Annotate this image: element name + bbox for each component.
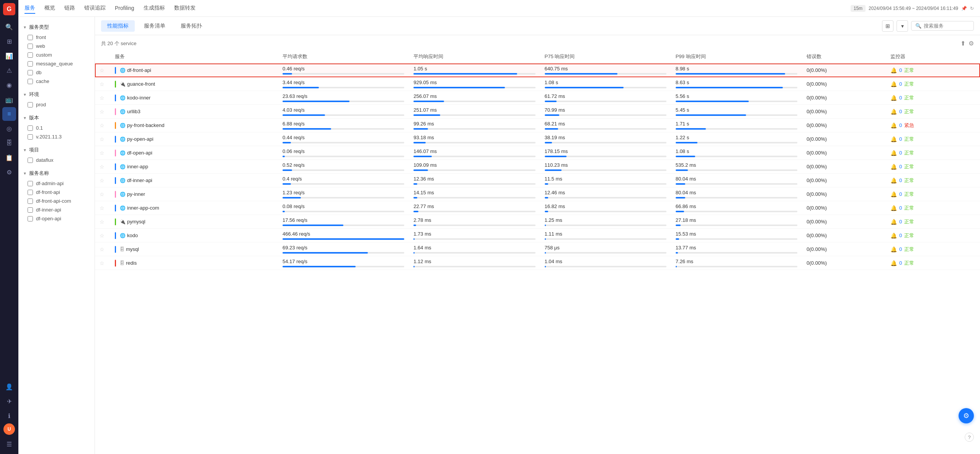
star-icon[interactable]: ☆ bbox=[100, 219, 105, 225]
checkbox-custom[interactable] bbox=[28, 52, 33, 58]
col-errors[interactable]: 错误数 bbox=[802, 50, 886, 63]
tab-performance[interactable]: 性能指标 bbox=[101, 20, 135, 32]
star-icon[interactable]: ☆ bbox=[100, 205, 105, 211]
search-nav-icon[interactable]: 🔍 bbox=[2, 20, 16, 34]
nav-datatransfer[interactable]: 数据转发 bbox=[174, 3, 196, 14]
dashboard-nav-icon[interactable]: ⊞ bbox=[2, 34, 16, 48]
filter-item-dataflux[interactable]: dataflux bbox=[18, 156, 95, 164]
table-row[interactable]: ☆ 🌐 kodo-inner 23.63 req/s 256.07 ms 61.… bbox=[95, 91, 980, 105]
filter-service-name-header[interactable]: ▼ 服务名称 bbox=[18, 168, 95, 179]
checkbox-df-front-api-com[interactable] bbox=[28, 199, 33, 204]
time-range-badge[interactable]: 15m bbox=[851, 5, 866, 12]
filter-item-v01[interactable]: 0.1 bbox=[18, 124, 95, 132]
star-icon[interactable]: ☆ bbox=[100, 191, 105, 197]
star-icon[interactable]: ☆ bbox=[100, 109, 105, 115]
star-icon[interactable]: ☆ bbox=[100, 233, 105, 239]
filter-project-header[interactable]: ▼ 项目 bbox=[18, 144, 95, 156]
filter-item-message-queue[interactable]: message_queue bbox=[18, 59, 95, 68]
filter-service-type-header[interactable]: ▼ 服务类型 bbox=[18, 21, 95, 33]
alert-nav-icon[interactable]: ⚠ bbox=[2, 63, 16, 77]
pin-icon[interactable]: 📌 bbox=[961, 6, 967, 11]
table-row[interactable]: ☆ 🔌 guance-front 3.44 req/s 929.05 ms 1.… bbox=[95, 77, 980, 91]
checkbox-df-admin-api[interactable] bbox=[28, 181, 33, 186]
view-toggle-dropdown[interactable]: ▾ bbox=[897, 20, 908, 32]
checkbox-db[interactable] bbox=[28, 70, 33, 75]
floating-action-button[interactable]: ⚙ bbox=[959, 408, 974, 423]
star-icon[interactable]: ☆ bbox=[100, 150, 105, 156]
checkbox-dataflux[interactable] bbox=[28, 158, 33, 163]
checkbox-web[interactable] bbox=[28, 44, 33, 49]
menu-nav-icon[interactable]: ☰ bbox=[2, 437, 16, 451]
filter-item-df-inner-api[interactable]: df-inner-api bbox=[18, 205, 95, 214]
star-icon[interactable]: ☆ bbox=[100, 122, 105, 129]
col-p75[interactable]: P75 响应时间 bbox=[540, 50, 671, 63]
db-nav-icon[interactable]: 🗄 bbox=[2, 136, 16, 150]
nav-overview[interactable]: 概览 bbox=[44, 3, 55, 14]
table-row[interactable]: ☆ 🌐 py-front-backend 6.88 req/s 99.26 ms… bbox=[95, 119, 980, 132]
table-row[interactable]: ☆ 🌐 kodo 466.46 req/s 1.73 ms 1.11 ms 15… bbox=[95, 229, 980, 242]
tab-service-list[interactable]: 服务清单 bbox=[138, 20, 172, 32]
tab-service-topology[interactable]: 服务拓扑 bbox=[175, 20, 208, 32]
filter-item-db[interactable]: db bbox=[18, 68, 95, 77]
filter-item-web[interactable]: web bbox=[18, 42, 95, 50]
search-input[interactable] bbox=[924, 23, 970, 29]
topology-nav-icon[interactable]: ◉ bbox=[2, 78, 16, 92]
filter-item-df-front-api-com[interactable]: df-front-api-com bbox=[18, 197, 95, 205]
service-nav-icon[interactable]: ≡ bbox=[2, 107, 16, 121]
export-icon[interactable]: ⬆ bbox=[960, 40, 965, 47]
checkbox-prod[interactable] bbox=[28, 102, 33, 107]
star-icon[interactable]: ☆ bbox=[100, 136, 105, 142]
checkbox-front[interactable] bbox=[28, 35, 33, 40]
table-row[interactable]: ☆ 🗄 mysql 69.23 req/s 1.64 ms 758 μs 13.… bbox=[95, 242, 980, 256]
table-row[interactable]: ☆ 🌐 df-inner-api 0.4 req/s 12.36 ms 11.5… bbox=[95, 174, 980, 187]
table-row[interactable]: ☆ 🌐 urllib3 4.03 req/s 251.07 ms 70.99 m… bbox=[95, 105, 980, 119]
filter-env-header[interactable]: ▼ 环境 bbox=[18, 89, 95, 100]
star-icon[interactable]: ☆ bbox=[100, 260, 105, 266]
refresh-icon[interactable]: ↻ bbox=[970, 6, 974, 11]
star-icon[interactable]: ☆ bbox=[100, 81, 105, 87]
log-nav-icon[interactable]: 📋 bbox=[2, 151, 16, 164]
table-row[interactable]: ☆ 🌐 inner-app 0.52 req/s 109.09 ms 110.2… bbox=[95, 160, 980, 174]
col-monitor[interactable]: 监控器 bbox=[886, 50, 980, 63]
chart-nav-icon[interactable]: 📊 bbox=[2, 49, 16, 63]
view-toggle-button[interactable]: ⊞ bbox=[882, 20, 893, 32]
table-row[interactable]: ☆ 🌐 inner-app-com 0.08 req/s 22.77 ms 16… bbox=[95, 201, 980, 215]
settings-nav-icon[interactable]: ⚙ bbox=[2, 165, 16, 179]
info-nav-icon[interactable]: ℹ bbox=[2, 409, 16, 423]
col-p99[interactable]: P99 响应时间 bbox=[671, 50, 802, 63]
filter-item-df-open-api[interactable]: df-open-api bbox=[18, 214, 95, 223]
table-row[interactable]: ☆ 🌐 py-open-api 0.44 req/s 93.18 ms 38.1… bbox=[95, 132, 980, 146]
nav-metrics[interactable]: 生成指标 bbox=[144, 3, 165, 14]
checkbox-df-open-api[interactable] bbox=[28, 216, 33, 221]
target-nav-icon[interactable]: ◎ bbox=[2, 122, 16, 135]
checkbox-cache[interactable] bbox=[28, 79, 33, 84]
table-row[interactable]: ☆ 🌐 df-front-api 0.46 req/s 1.05 s 640.7… bbox=[95, 63, 980, 77]
star-icon[interactable]: ☆ bbox=[100, 246, 105, 252]
table-row[interactable]: ☆ 🔌 pymysql 17.56 req/s 2.78 ms 1.25 ms … bbox=[95, 215, 980, 229]
col-service[interactable]: 服务 bbox=[110, 50, 278, 63]
table-row[interactable]: ☆ 🗄 redis 54.17 req/s 1.12 ms 1.04 ms 7.… bbox=[95, 256, 980, 270]
table-row[interactable]: ☆ 🌐 py-inner 1.23 req/s 14.15 ms 12.46 m… bbox=[95, 187, 980, 201]
filter-item-df-admin-api[interactable]: df-admin-api bbox=[18, 179, 95, 188]
star-icon[interactable]: ☆ bbox=[100, 164, 105, 170]
user-nav-icon[interactable]: 👤 bbox=[2, 380, 16, 394]
star-icon[interactable]: ☆ bbox=[100, 95, 105, 101]
col-avg-resp[interactable]: 平均响应时间 bbox=[409, 50, 540, 63]
settings-icon[interactable]: ⚙ bbox=[969, 40, 974, 47]
checkbox-v01[interactable] bbox=[28, 125, 33, 131]
col-avg-req[interactable]: 平均请求数 bbox=[278, 50, 409, 63]
filter-item-v2021[interactable]: v.2021.11.3 bbox=[18, 132, 95, 141]
nav-trace[interactable]: 链路 bbox=[64, 3, 75, 14]
filter-item-prod[interactable]: prod bbox=[18, 100, 95, 109]
send-nav-icon[interactable]: ✈ bbox=[2, 394, 16, 408]
monitor-nav-icon[interactable]: 📺 bbox=[2, 93, 16, 106]
filter-item-custom[interactable]: custom bbox=[18, 50, 95, 59]
star-icon[interactable]: ☆ bbox=[100, 177, 105, 184]
help-button[interactable]: ? bbox=[965, 433, 974, 442]
checkbox-df-inner-api[interactable] bbox=[28, 207, 33, 213]
star-icon[interactable]: ☆ bbox=[100, 67, 105, 73]
nav-error[interactable]: 错误追踪 bbox=[84, 3, 106, 14]
filter-item-front[interactable]: front bbox=[18, 33, 95, 42]
filter-item-cache[interactable]: cache bbox=[18, 77, 95, 86]
table-row[interactable]: ☆ 🌐 df-open-api 0.06 req/s 146.07 ms 178… bbox=[95, 146, 980, 160]
